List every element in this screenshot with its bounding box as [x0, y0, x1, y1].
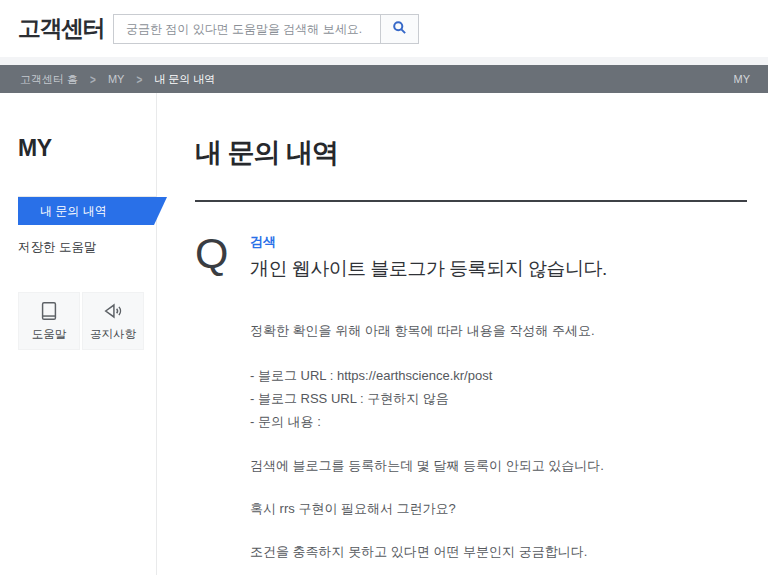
page-title: 내 문의 내역 — [195, 135, 748, 171]
breadcrumb: 고객센터 홈 > MY > 내 문의 내역 MY — [0, 65, 768, 93]
search-icon — [392, 20, 407, 38]
breadcrumb-my-link[interactable]: MY — [734, 73, 751, 85]
chevron-right-icon: > — [90, 72, 96, 85]
search-input[interactable] — [114, 15, 380, 43]
question-category-link[interactable]: 검색 — [250, 233, 607, 251]
question-body-line: 검색에 블로그를 등록하는데 몇 달째 등록이 안되고 있습니다. — [250, 458, 748, 474]
sidebar-title: MY — [18, 135, 156, 162]
question-body: 정확한 확인을 위해 아래 항목에 따라 내용을 작성해 주세요. - 블로그 … — [250, 323, 748, 560]
main-area: MY 내 문의 내역 저장한 도움말 도움말 — [0, 93, 768, 575]
breadcrumb-current: 내 문의 내역 — [154, 72, 215, 87]
service-logo[interactable]: 고객센터 — [18, 13, 104, 44]
header: 고객센터 — [0, 0, 768, 57]
question-title: 개인 웹사이트 블로그가 등록되지 않습니다. — [250, 256, 607, 282]
megaphone-icon — [102, 300, 124, 322]
question-header: Q 검색 개인 웹사이트 블로그가 등록되지 않습니다. — [195, 233, 748, 282]
shortcut-label: 도움말 — [32, 327, 67, 342]
question-body-line: - 문의 내용 : — [250, 414, 748, 430]
shortcut-label: 공지사항 — [90, 327, 136, 342]
sidebar: MY 내 문의 내역 저장한 도움말 도움말 — [0, 93, 157, 575]
sidebar-item-my-inquiries[interactable]: 내 문의 내역 — [18, 197, 167, 225]
breadcrumb-home[interactable]: 고객센터 홈 — [20, 72, 78, 87]
question-body-line: 정확한 확인을 위해 아래 항목에 따라 내용을 작성해 주세요. — [250, 323, 748, 339]
search-button[interactable] — [380, 15, 418, 43]
sidebar-item-label: 저장한 도움말 — [18, 240, 96, 254]
sidebar-item-label: 내 문의 내역 — [40, 204, 107, 218]
content: 내 문의 내역 Q 검색 개인 웹사이트 블로그가 등록되지 않습니다. 정확한… — [157, 93, 768, 575]
question-body-line: 조건을 충족하지 못하고 있다면 어떤 부분인지 궁금합니다. — [250, 544, 748, 560]
notice-shortcut-button[interactable]: 공지사항 — [82, 292, 144, 350]
help-search — [113, 14, 419, 44]
breadcrumb-my[interactable]: MY — [108, 73, 125, 85]
help-shortcut-button[interactable]: 도움말 — [18, 292, 80, 350]
question-body-line: - 블로그 URL : https://earthscience.kr/post — [250, 368, 748, 384]
question-body-line: - 블로그 RSS URL : 구현하지 않음 — [250, 391, 748, 407]
title-divider — [195, 200, 747, 202]
sidebar-item-saved-help[interactable]: 저장한 도움말 — [18, 239, 157, 256]
book-icon — [38, 300, 60, 322]
sidebar-nav: 내 문의 내역 저장한 도움말 — [18, 196, 157, 256]
question-marker: Q — [195, 233, 250, 282]
question-body-line: 혹시 rrs 구현이 필요해서 그런가요? — [250, 501, 748, 517]
sidebar-shortcuts: 도움말 공지사항 — [18, 292, 156, 350]
header-divider-strip — [0, 57, 768, 65]
question-header-text: 검색 개인 웹사이트 블로그가 등록되지 않습니다. — [250, 233, 607, 282]
chevron-right-icon: > — [136, 72, 142, 85]
